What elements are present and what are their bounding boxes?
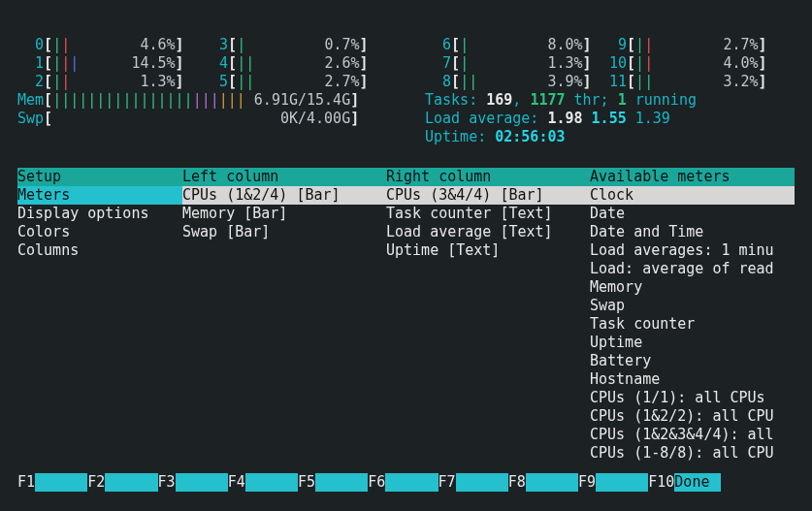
available-meters-item[interactable]: Uptime — [590, 334, 795, 352]
function-key-bar: F1 F2 F3 F4 F5 F6 F7 F8 F9 F10Done — [17, 473, 795, 492]
fkey-F3[interactable]: F3 — [158, 473, 176, 492]
cpu-meter-1: 1[||| 14.5%] — [17, 54, 202, 73]
left-column-item[interactable]: Memory [Bar] — [182, 205, 386, 223]
available-meters-item[interactable]: Battery — [590, 352, 795, 370]
available-meters-item[interactable]: Date and Time — [590, 223, 795, 241]
fkey-label-F7[interactable] — [456, 473, 508, 492]
meters-area: 0[|| 4.6%] 1[||| 14.5%] 2[|| 1.3%] 3[| 0… — [17, 8, 795, 146]
load-average: Load average: 1.98 1.55 1.39 — [425, 110, 670, 128]
cpu-meter-5: 5[|| 2.7%] — [202, 73, 386, 91]
cpu-meter-6: 6[| 8.0%] — [425, 36, 609, 54]
panel-right-column: Right columnCPUs (3&4/4) [Bar]Task count… — [386, 168, 590, 463]
cpu-meter-11: 11[|| 3.2%] — [609, 73, 794, 91]
fkey-label-F3[interactable] — [176, 473, 228, 492]
fkey-F2[interactable]: F2 — [87, 473, 105, 492]
available-meters-item[interactable]: CPUs (1-8/8): all CPU — [590, 444, 795, 463]
cpu-meter-0: 0[|| 4.6%] — [17, 36, 202, 54]
cpu-meter-4: 4[|| 2.6%] — [202, 54, 386, 73]
fkey-F10[interactable]: F10 — [648, 473, 674, 492]
cpu-meter-10: 10[|| 4.0%] — [609, 54, 794, 73]
available-meters-item[interactable]: Date — [590, 205, 795, 223]
fkey-F6[interactable]: F6 — [368, 473, 385, 492]
fkey-label-F1[interactable] — [35, 473, 87, 492]
cpu-meter-3: 3[| 0.7%] — [202, 36, 386, 54]
setup-panels: SetupMetersDisplay optionsColorsColumns … — [17, 168, 795, 463]
fkey-F8[interactable]: F8 — [508, 473, 526, 492]
cpu-meter-8: 8[|| 3.9%] — [425, 73, 609, 91]
uptime: Uptime: 02:56:03 — [425, 128, 566, 146]
available-meters-header: Available meters — [590, 168, 795, 186]
panel-left-column: Left columnCPUs (1&2/4) [Bar]Memory [Bar… — [182, 168, 386, 463]
available-meters-item[interactable]: Hostname — [590, 370, 795, 389]
fkey-label-F5[interactable] — [315, 473, 368, 492]
right-column-header: Right column — [386, 168, 590, 186]
memory-meter: Mem[|||||||||||||||||||||| 6.91G/15.4G] — [17, 91, 386, 110]
available-meters-item[interactable]: Swap — [590, 297, 795, 315]
tasks-counter: Tasks: 169, 1177 thr; 1 running — [425, 91, 697, 110]
available-meters-item[interactable]: Clock — [590, 186, 795, 205]
right-column-item[interactable]: Load average [Text] — [386, 223, 590, 241]
cpu-meter-9: 9[|| 2.7%] — [609, 36, 794, 54]
cpu-meter-2: 2[|| 1.3%] — [17, 73, 202, 91]
available-meters-item[interactable]: Load averages: 1 minu — [590, 241, 795, 260]
right-column-item[interactable]: CPUs (3&4/4) [Bar] — [386, 186, 590, 205]
setup-item[interactable]: Meters — [17, 186, 182, 205]
left-column-item[interactable]: Swap [Bar] — [182, 223, 386, 241]
setup-item[interactable]: Display options — [17, 205, 182, 223]
right-column-item[interactable]: Task counter [Text] — [386, 205, 590, 223]
fkey-F4[interactable]: F4 — [228, 473, 245, 492]
available-meters-item[interactable]: Load: average of read — [590, 260, 795, 278]
fkey-label-F2[interactable] — [105, 473, 157, 492]
fkey-F1[interactable]: F1 — [17, 473, 35, 492]
swap-meter: Swp[ 0K/4.00G] — [17, 110, 386, 128]
panel-setup: SetupMetersDisplay optionsColorsColumns — [17, 168, 182, 463]
fkey-F7[interactable]: F7 — [438, 473, 456, 492]
available-meters-item[interactable]: CPUs (1&2&3&4/4): all — [590, 426, 795, 444]
fkey-F9[interactable]: F9 — [578, 473, 596, 492]
fkey-label-F10[interactable]: Done — [674, 473, 721, 492]
left-column-item[interactable]: CPUs (1&2/4) [Bar] — [182, 186, 386, 205]
cpu-meter-7: 7[| 1.3%] — [425, 54, 609, 73]
setup-item[interactable]: Colors — [17, 223, 182, 241]
left-column-header: Left column — [182, 168, 386, 186]
fkey-F5[interactable]: F5 — [298, 473, 315, 492]
fkey-label-F9[interactable] — [596, 473, 648, 492]
available-meters-item[interactable]: CPUs (1&2/2): all CPU — [590, 407, 795, 426]
available-meters-item[interactable]: Task counter — [590, 315, 795, 334]
fkey-label-F6[interactable] — [385, 473, 438, 492]
fkey-label-F4[interactable] — [245, 473, 298, 492]
setup-item[interactable]: Columns — [17, 241, 182, 260]
right-column-item[interactable]: Uptime [Text] — [386, 241, 590, 260]
available-meters-item[interactable]: Memory — [590, 278, 795, 297]
available-meters-item[interactable]: CPUs (1/1): all CPUs — [590, 389, 795, 407]
fkey-label-F8[interactable] — [526, 473, 578, 492]
panel-available-meters: Available metersClockDateDate and TimeLo… — [590, 168, 795, 463]
setup-header: Setup — [17, 168, 182, 186]
